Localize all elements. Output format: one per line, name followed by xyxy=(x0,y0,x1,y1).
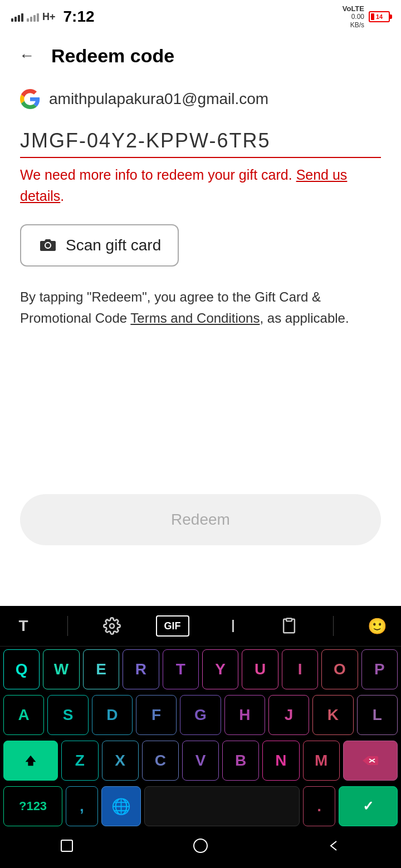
status-time: 7:12 xyxy=(63,8,95,26)
key-b[interactable]: B xyxy=(222,741,259,781)
key-enter[interactable]: ✓ xyxy=(339,786,398,826)
key-x[interactable]: X xyxy=(102,741,139,781)
status-left: H+ 7:12 xyxy=(11,8,95,26)
key-d[interactable]: D xyxy=(92,695,133,735)
nav-home-button[interactable] xyxy=(187,832,214,860)
key-p[interactable]: P xyxy=(361,649,398,689)
main-content: amithpulapakura01@gmail.com We need more… xyxy=(0,78,401,341)
keyboard: T GIF I 🙂 Q W E R T Y U I O P xyxy=(0,606,401,868)
code-input-container xyxy=(20,125,381,158)
key-g[interactable]: G xyxy=(180,695,221,735)
emoji-icon[interactable]: 🙂 xyxy=(365,614,390,638)
key-period[interactable]: . xyxy=(303,786,335,826)
nav-square-button[interactable] xyxy=(53,832,81,860)
delete-key[interactable] xyxy=(343,741,398,781)
key-j[interactable]: J xyxy=(268,695,309,735)
back-arrow-icon: ← xyxy=(19,47,35,65)
toolbar-divider-2 xyxy=(333,616,334,636)
nav-back-button[interactable] xyxy=(320,832,348,860)
key-i[interactable]: I xyxy=(282,649,318,689)
key-o[interactable]: O xyxy=(321,649,358,689)
redeem-button-container: Redeem xyxy=(20,494,381,545)
key-r[interactable]: R xyxy=(123,649,159,689)
svg-point-6 xyxy=(194,839,207,852)
toolbar-divider-1 xyxy=(67,616,68,636)
key-f[interactable]: F xyxy=(136,695,177,735)
navigation-bar xyxy=(0,829,401,868)
key-123[interactable]: ?123 xyxy=(3,786,62,826)
page-title: Redeem code xyxy=(51,45,174,67)
terms-text: By tapping "Redeem", you agree to the Gi… xyxy=(20,287,381,329)
keyboard-row-2: A S D F G H J K L xyxy=(0,692,401,738)
scan-gift-card-label: Scan gift card xyxy=(66,236,161,254)
status-bar: H+ 7:12 VoLTE 0.00KB/s 14 xyxy=(0,0,401,33)
svg-rect-5 xyxy=(61,840,72,851)
keyboard-row-1: Q W E R T Y U I O P xyxy=(0,647,401,692)
shift-key[interactable] xyxy=(3,741,58,781)
key-u[interactable]: U xyxy=(242,649,278,689)
terms-suffix: , as applicable. xyxy=(260,310,349,326)
error-message: We need more info to redeem your gift ca… xyxy=(20,165,381,206)
key-y[interactable]: Y xyxy=(202,649,238,689)
key-k[interactable]: K xyxy=(312,695,353,735)
battery-level: 14 xyxy=(370,13,389,20)
back-button[interactable]: ← xyxy=(13,42,40,69)
svg-point-0 xyxy=(46,243,50,248)
keyboard-row-4: ?123 , 🌐 . ✓ xyxy=(0,783,401,829)
key-e[interactable]: E xyxy=(83,649,119,689)
cursor-icon: I xyxy=(221,614,245,638)
key-z[interactable]: Z xyxy=(61,741,98,781)
key-q[interactable]: Q xyxy=(3,649,40,689)
account-row: amithpulapakura01@gmail.com xyxy=(20,89,381,109)
key-v[interactable]: V xyxy=(182,741,219,781)
text-icon[interactable]: T xyxy=(11,614,36,638)
signal-bars xyxy=(11,12,23,22)
svg-point-1 xyxy=(110,624,114,628)
signal-bars-2 xyxy=(27,12,39,22)
battery-icon: 14 xyxy=(369,11,390,22)
clipboard-icon[interactable] xyxy=(277,614,301,638)
key-h[interactable]: H xyxy=(224,695,265,735)
svg-rect-2 xyxy=(286,618,292,621)
status-right: VoLTE 0.00KB/s 14 xyxy=(343,4,390,29)
key-c[interactable]: C xyxy=(142,741,179,781)
terms-link[interactable]: Terms and Conditions xyxy=(130,310,260,326)
scan-gift-card-button[interactable]: Scan gift card xyxy=(20,224,179,267)
error-text: We need more info to redeem your gift ca… xyxy=(20,167,296,183)
keyboard-toolbar: T GIF I 🙂 xyxy=(0,606,401,647)
code-input[interactable] xyxy=(20,125,381,157)
key-m[interactable]: M xyxy=(303,741,340,781)
account-email: amithpulapakura01@gmail.com xyxy=(49,90,268,108)
key-t[interactable]: T xyxy=(163,649,199,689)
error-suffix: . xyxy=(60,188,64,204)
key-s[interactable]: S xyxy=(47,695,88,735)
google-logo-icon xyxy=(20,89,40,109)
vol-lte: VoLTE 0.00KB/s xyxy=(343,4,364,29)
camera-icon xyxy=(38,235,58,255)
settings-icon[interactable] xyxy=(100,614,124,638)
key-space[interactable] xyxy=(144,786,300,826)
key-l[interactable]: L xyxy=(357,695,398,735)
key-comma[interactable]: , xyxy=(66,786,98,826)
key-a[interactable]: A xyxy=(3,695,44,735)
app-bar: ← Redeem code xyxy=(0,33,401,78)
key-n[interactable]: N xyxy=(262,741,299,781)
keyboard-row-3: Z X C V B N M xyxy=(0,738,401,783)
gif-button[interactable]: GIF xyxy=(156,615,189,637)
redeem-button[interactable]: Redeem xyxy=(20,494,381,545)
network-type: H+ xyxy=(42,11,56,23)
key-w[interactable]: W xyxy=(43,649,79,689)
key-globe[interactable]: 🌐 xyxy=(101,786,141,826)
